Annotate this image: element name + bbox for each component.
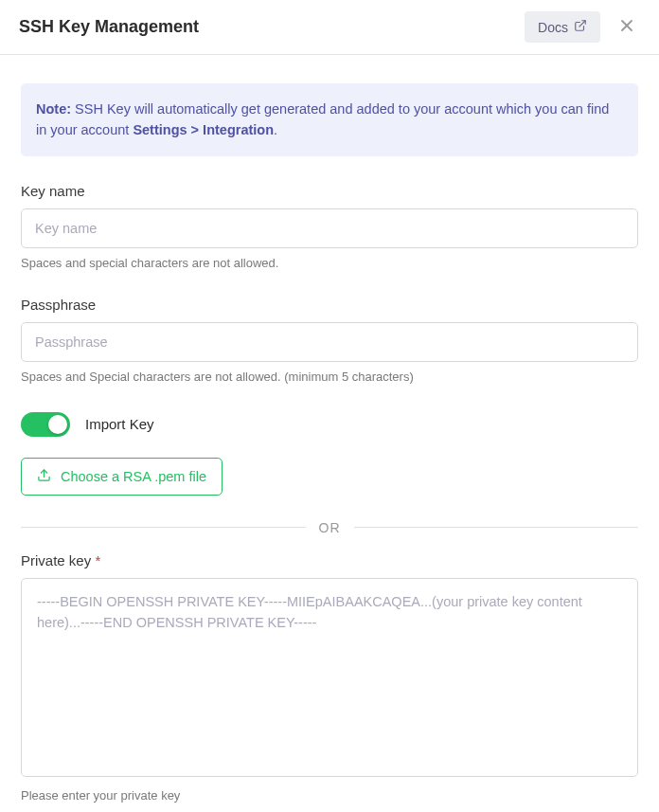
divider-line-right	[354, 527, 639, 528]
divider-line-left	[21, 527, 306, 528]
docs-button[interactable]: Docs	[525, 11, 600, 43]
note-text-1: SSH Key will automatically get generated…	[36, 101, 609, 137]
choose-file-button[interactable]: Choose a RSA .pem file	[21, 458, 223, 496]
info-note: Note: SSH Key will automatically get gen…	[21, 83, 638, 156]
keyname-field: Key name Spaces and special characters a…	[21, 183, 638, 270]
svg-line-0	[579, 21, 585, 27]
passphrase-label: Passphrase	[21, 297, 638, 313]
privatekey-help: Please enter your private key	[21, 788, 638, 803]
divider-text: OR	[319, 520, 341, 535]
passphrase-help: Spaces and Special characters are not al…	[21, 370, 638, 384]
import-toggle-label: Import Key	[85, 416, 154, 432]
privatekey-label: Private key *	[21, 552, 638, 568]
passphrase-field: Passphrase Spaces and Special characters…	[21, 297, 638, 384]
note-label: Note:	[36, 101, 71, 117]
external-link-icon	[574, 19, 587, 35]
choose-file-label: Choose a RSA .pem file	[61, 469, 206, 484]
close-button[interactable]	[614, 12, 640, 42]
close-icon	[617, 16, 636, 38]
settings-path: Settings > Integration	[133, 122, 274, 137]
privatekey-field: Private key * Please enter your private …	[21, 552, 638, 803]
import-toggle[interactable]	[21, 412, 70, 437]
or-divider: OR	[21, 520, 638, 535]
note-text-2: .	[274, 122, 277, 137]
required-asterisk: *	[95, 552, 100, 568]
keyname-help: Spaces and special characters are not al…	[21, 256, 638, 270]
keyname-label: Key name	[21, 183, 638, 199]
page-title: SSH Key Management	[19, 17, 199, 37]
upload-icon	[37, 468, 51, 485]
privatekey-label-text: Private key	[21, 552, 95, 568]
modal-header: SSH Key Management Docs	[0, 0, 659, 55]
toggle-knob	[48, 415, 67, 434]
header-actions: Docs	[525, 11, 640, 43]
passphrase-input[interactable]	[21, 322, 638, 362]
privatekey-textarea[interactable]	[21, 578, 638, 777]
docs-label: Docs	[538, 20, 568, 35]
keyname-input[interactable]	[21, 208, 638, 248]
import-toggle-row: Import Key	[21, 412, 638, 437]
modal-content: Note: SSH Key will automatically get gen…	[0, 55, 659, 812]
